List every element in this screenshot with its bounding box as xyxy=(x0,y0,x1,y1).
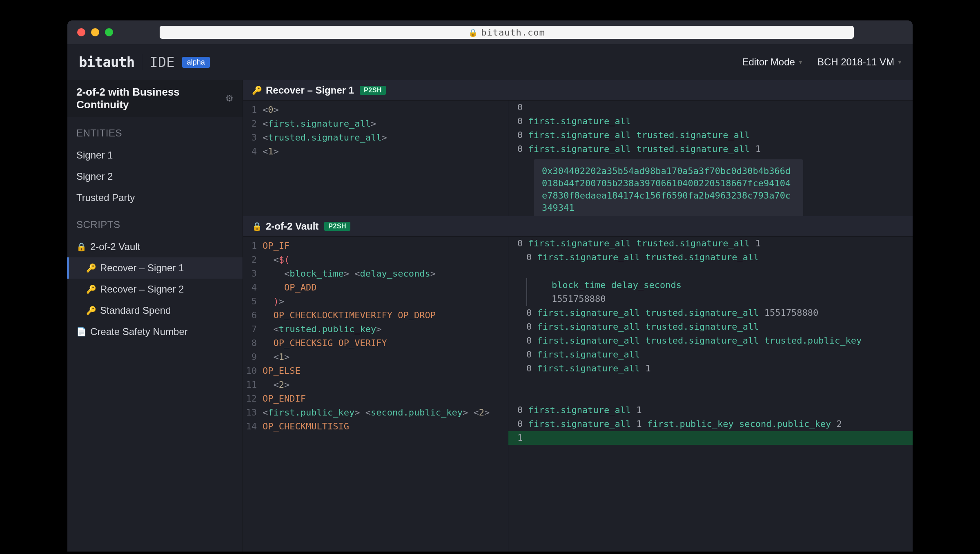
lock-icon: 🔒 xyxy=(252,221,260,231)
project-title: 2-of-2 with Business Continuity xyxy=(76,86,225,111)
brand-logo: bitauth xyxy=(79,54,134,70)
traffic-lights xyxy=(77,28,113,36)
key-icon: 🔑 xyxy=(86,263,94,273)
editor-mode-label: Editor Mode xyxy=(742,56,795,68)
titlebar: 🔒 bitauth.com xyxy=(67,20,913,44)
vm-label: BCH 2018-11 VM xyxy=(817,56,894,68)
main-body: 2-of-2 with Business Continuity ⚙ ENTITI… xyxy=(67,80,913,552)
p2sh-badge: P2SH xyxy=(360,86,386,95)
sidebar: 2-of-2 with Business Continuity ⚙ ENTITI… xyxy=(67,80,243,552)
browser-window: 🔒 bitauth.com bitauth IDE alpha Editor M… xyxy=(67,20,913,552)
entity-signer-2[interactable]: Signer 2 xyxy=(67,166,243,187)
editor-mode-dropdown[interactable]: Editor Mode ▾ xyxy=(742,56,802,68)
hex-tooltip: 0x304402202a35b54ad98ba170a5a3f70bc0d30b… xyxy=(534,159,803,216)
close-window-icon[interactable] xyxy=(77,28,85,36)
script-create-safety-number[interactable]: 📄 Create Safety Number xyxy=(67,321,243,342)
pane2-evaluation: 0 first.signature_all trusted.signature_… xyxy=(508,237,913,552)
script-label: Create Safety Number xyxy=(90,326,188,337)
project-title-row: 2-of-2 with Business Continuity ⚙ xyxy=(67,80,243,117)
ide-label: IDE xyxy=(149,54,174,70)
pane1-body: 1<0>2<first.signature_all>3<trusted.sign… xyxy=(243,101,913,216)
pane2-editor[interactable]: 1OP_IF2 <$(3 <block_time> <delay_seconds… xyxy=(243,237,508,552)
script-recover-2[interactable]: 🔑 Recover – Signer 2 xyxy=(67,279,243,300)
script-label: 2-of-2 Vault xyxy=(90,241,140,252)
chevron-down-icon: ▾ xyxy=(799,59,802,65)
maximize-window-icon[interactable] xyxy=(105,28,113,36)
pane1-header: 🔑 Recover – Signer 1 P2SH xyxy=(243,80,913,101)
pane2-body: 1OP_IF2 <$(3 <block_time> <delay_seconds… xyxy=(243,237,913,552)
alpha-badge: alpha xyxy=(182,57,210,68)
chevron-down-icon: ▾ xyxy=(898,59,901,65)
document-icon: 📄 xyxy=(76,327,85,337)
pane1-title: Recover – Signer 1 xyxy=(266,85,354,96)
script-recover-1[interactable]: 🔑 Recover – Signer 1 xyxy=(67,257,243,279)
pane2-title: 2-of-2 Vault xyxy=(266,221,318,232)
entity-trusted-party[interactable]: Trusted Party xyxy=(67,187,243,208)
pane1-editor[interactable]: 1<0>2<first.signature_all>3<trusted.sign… xyxy=(243,101,508,216)
entities-section-label: ENTITIES xyxy=(67,117,243,145)
pane2-header: 🔒 2-of-2 Vault P2SH xyxy=(243,216,913,237)
key-icon: 🔑 xyxy=(252,85,260,95)
divider xyxy=(142,54,142,70)
script-vault[interactable]: 🔒 2-of-2 Vault xyxy=(67,236,243,257)
key-icon: 🔑 xyxy=(86,284,94,294)
p2sh-badge: P2SH xyxy=(324,222,350,231)
app-header: bitauth IDE alpha Editor Mode ▾ BCH 2018… xyxy=(67,44,913,80)
pane1-evaluation: 00 first.signature_all0 first.signature_… xyxy=(508,101,913,216)
script-label: Standard Spend xyxy=(100,305,171,316)
main-editor: 🔑 Recover – Signer 1 P2SH 1<0>2<first.si… xyxy=(243,80,913,552)
scripts-section-label: SCRIPTS xyxy=(67,208,243,236)
lock-icon: 🔒 xyxy=(76,242,85,252)
script-standard-spend[interactable]: 🔑 Standard Spend xyxy=(67,300,243,321)
gear-icon[interactable]: ⚙ xyxy=(225,93,234,104)
lock-icon: 🔒 xyxy=(468,28,478,37)
url-bar[interactable]: 🔒 bitauth.com xyxy=(160,26,854,39)
url-text: bitauth.com xyxy=(481,27,545,38)
script-label: Recover – Signer 1 xyxy=(100,262,184,274)
entity-signer-1[interactable]: Signer 1 xyxy=(67,145,243,166)
key-icon: 🔑 xyxy=(86,306,94,315)
script-label: Recover – Signer 2 xyxy=(100,284,184,295)
minimize-window-icon[interactable] xyxy=(91,28,99,36)
vm-dropdown[interactable]: BCH 2018-11 VM ▾ xyxy=(817,56,901,68)
